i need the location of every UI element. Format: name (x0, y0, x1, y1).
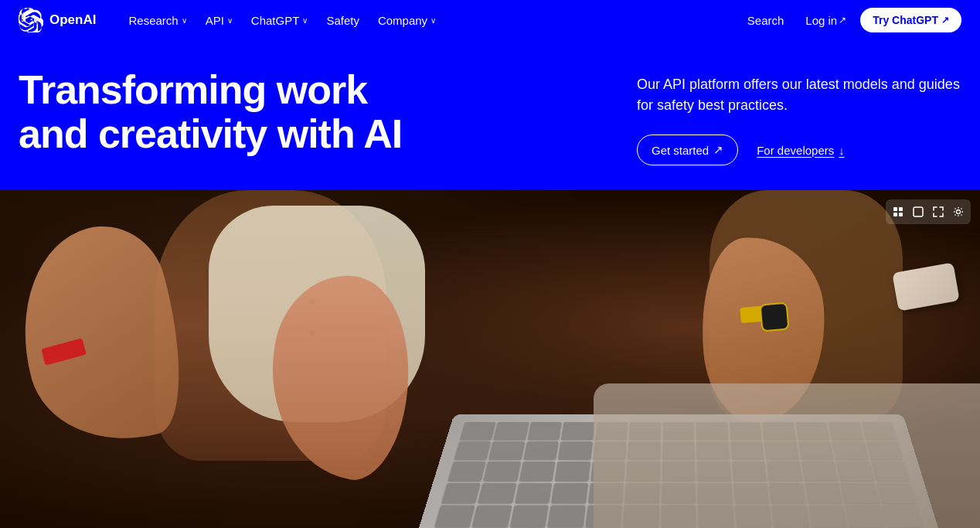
login-button[interactable]: Log in ↗ (798, 9, 854, 32)
arrow-icon: ↗ (941, 15, 949, 26)
keyboard-key (460, 422, 496, 440)
keyboard-key (478, 483, 516, 504)
single-icon (913, 206, 924, 217)
keyboard-key (548, 506, 586, 527)
get-started-button[interactable]: Get started ↗ (637, 135, 738, 165)
keyboard-key (551, 483, 588, 504)
chevron-down-icon: ∨ (182, 16, 187, 25)
nav-company[interactable]: Company ∨ (370, 9, 444, 32)
keyboard-key (434, 506, 475, 527)
arrow-icon: ↗ (839, 15, 846, 26)
keyboard-key (484, 462, 521, 481)
for-developers-button[interactable]: For developers ↓ (754, 136, 848, 165)
couch (594, 383, 980, 528)
hero-right: Our API platform offers our latest model… (637, 68, 961, 165)
single-view-button[interactable] (909, 203, 927, 221)
svg-rect-3 (899, 213, 903, 216)
keyboard-key (519, 462, 556, 481)
keyboard-key (561, 422, 595, 440)
watch-face-right (759, 301, 789, 332)
gear-icon (953, 206, 964, 217)
expand-button[interactable] (929, 203, 948, 221)
logo-text: OpenAI (49, 12, 96, 28)
svg-rect-1 (899, 207, 903, 211)
keyboard-key (454, 441, 492, 460)
hero-section: Transforming work and creativity with AI… (0, 40, 980, 190)
arrow-icon: ↓ (839, 144, 845, 157)
image-toolbar (886, 199, 971, 224)
arrow-icon: ↗ (713, 143, 723, 157)
keyboard-key (555, 462, 590, 481)
nav-chatgpt[interactable]: ChatGPT ∨ (243, 9, 316, 32)
nav-research[interactable]: Research ∨ (121, 9, 194, 32)
keyboard-key (558, 441, 593, 460)
hero-title: Transforming work and creativity with AI (19, 68, 420, 156)
svg-point-5 (957, 210, 961, 214)
nav-actions: Search Log in ↗ Try ChatGPT ↗ (740, 8, 961, 32)
svg-rect-0 (893, 207, 897, 211)
openai-logo-icon (19, 8, 43, 32)
nav-safety[interactable]: Safety (318, 9, 367, 32)
grid-icon (893, 206, 903, 217)
nav-links: Research ∨ API ∨ ChatGPT ∨ Safety Compan… (121, 9, 739, 32)
grid-view-button[interactable] (889, 203, 907, 221)
search-button[interactable]: Search (740, 9, 792, 32)
keyboard-key (510, 506, 549, 527)
main-navigation: OpenAI Research ∨ API ∨ ChatGPT ∨ Safety… (0, 0, 980, 40)
logo[interactable]: OpenAI (19, 8, 96, 32)
nav-api[interactable]: API ∨ (198, 9, 240, 32)
chevron-down-icon: ∨ (227, 16, 233, 25)
keyboard-key (515, 483, 553, 504)
expand-icon (933, 206, 944, 217)
settings-button[interactable] (949, 203, 968, 221)
keyboard-key (494, 422, 529, 440)
hero-left: Transforming work and creativity with AI (19, 68, 575, 156)
svg-rect-2 (893, 213, 897, 216)
try-chatgpt-button[interactable]: Try ChatGPT ↗ (860, 8, 961, 32)
keyboard-key (488, 441, 525, 460)
svg-rect-4 (914, 207, 923, 216)
keyboard-key (447, 462, 486, 481)
keyboard-key (441, 483, 481, 504)
chevron-down-icon: ∨ (302, 16, 308, 25)
keyboard-key (528, 422, 563, 440)
hero-buttons: Get started ↗ For developers ↓ (637, 135, 961, 165)
chevron-down-icon: ∨ (430, 16, 436, 25)
hero-description: Our API platform offers our latest model… (637, 74, 961, 116)
keyboard-key (523, 441, 559, 460)
hero-image (0, 190, 980, 528)
keyboard-key (472, 506, 512, 527)
